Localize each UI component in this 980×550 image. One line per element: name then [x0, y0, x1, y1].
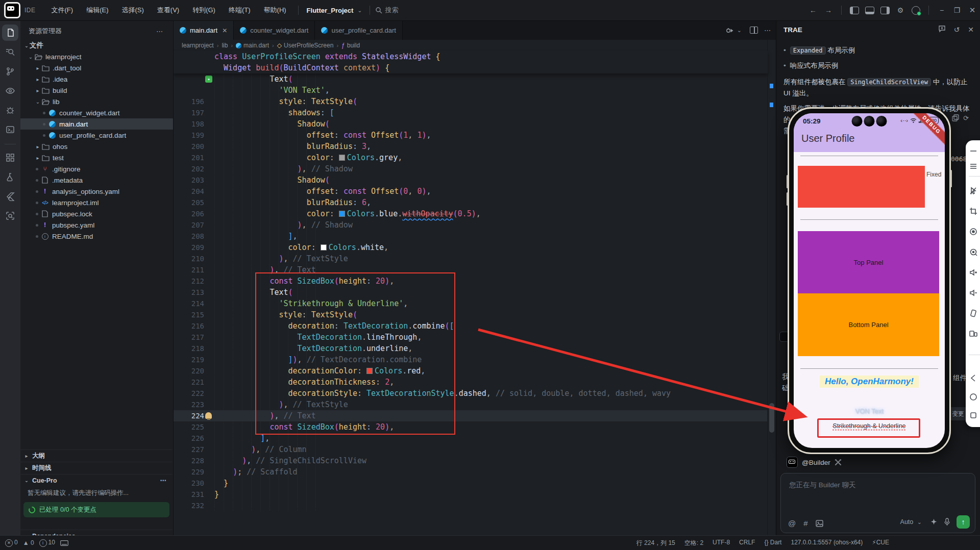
file-learnproject[interactable]: ⌄learnproject [20, 51, 173, 62]
activity-test-icon[interactable] [2, 169, 18, 185]
new-chat-icon[interactable] [938, 25, 946, 34]
status-item[interactable]: CRLF [739, 539, 755, 547]
status-item[interactable]: ⚡CUE [872, 539, 889, 547]
errors-indicator[interactable]: ✕0 [5, 539, 18, 547]
code-line-203[interactable]: 203 Shadow( [174, 174, 768, 186]
sparkle-icon[interactable] [930, 518, 938, 526]
file-counter_widget.dart[interactable]: counter_widget.dart [20, 107, 173, 118]
code-line-220[interactable]: 220 decorationColor: Colors.red, [174, 365, 768, 377]
emulator-back-button[interactable] [969, 374, 978, 383]
tab-main.dart[interactable]: main.dart✕ [174, 20, 234, 40]
section-cuepro[interactable]: ⌄Cue-Pro⋯ [20, 474, 173, 486]
code-line[interactable]: ✦ Text( [174, 73, 768, 85]
close-button[interactable]: ✕ [965, 0, 980, 20]
send-button[interactable]: ↑ [957, 515, 970, 529]
code-line-208[interactable]: 208 ], [174, 231, 768, 242]
mention-icon[interactable]: @ [788, 519, 796, 528]
code-line-205[interactable]: 205 blurRadius: 6, [174, 197, 768, 208]
code-line-232[interactable]: 232 [174, 500, 768, 511]
file-.metadata[interactable]: .metadata [20, 174, 173, 186]
file-README.md[interactable]: iREADME.md [20, 231, 173, 242]
status-item[interactable]: 行 224，列 15 [636, 539, 675, 547]
code-line-224[interactable]: 224 ), // Text [174, 410, 768, 421]
scrollbar-thumb[interactable] [769, 403, 774, 433]
menu-编辑[interactable]: 编辑(E) [80, 0, 115, 20]
code-line-206[interactable]: 206 color: Colors.blue.withOpacity(0.5), [174, 208, 768, 219]
maximize-button[interactable]: ❐ [949, 0, 965, 20]
code-line-204[interactable]: 204 offset: const Offset(0, 0), [174, 186, 768, 197]
toggle-left-panel-button[interactable] [847, 0, 862, 20]
code-line-209[interactable]: 209 color: Colors.white, [174, 242, 768, 253]
code-line-218[interactable]: 218 TextDecoration.underline, [174, 343, 768, 354]
tab-counter_widget.dart[interactable]: counter_widget.dart [234, 20, 315, 40]
run-debug-button[interactable]: ⌄ [726, 27, 744, 34]
status-item[interactable]: UTF-8 [713, 539, 730, 547]
code-line-202[interactable]: 202 ), // Shadow [174, 163, 768, 174]
file-build[interactable]: ▸build [20, 85, 173, 96]
project-selector[interactable]: Flutter_Project [304, 7, 356, 14]
breadcrumb-UserProfileScreen[interactable]: ◇UserProfileScreen [277, 42, 334, 49]
model-auto-select[interactable]: Auto ⌄ [900, 518, 924, 526]
file-.dart_tool[interactable]: ▸.dart_tool [20, 62, 173, 73]
builder-tag[interactable]: @Builder [780, 456, 977, 469]
close-tab-icon[interactable]: ✕ [222, 27, 227, 34]
emulator-record-button[interactable] [969, 228, 978, 237]
code-line-222[interactable]: 222 decorationStyle: TextDecorationStyle… [174, 388, 768, 399]
file-lib[interactable]: ⌄lib [20, 96, 173, 107]
nav-back-button[interactable]: ← [805, 0, 821, 20]
settings-gear-icon[interactable]: ⚙ [893, 0, 908, 20]
emulator-pointer-button[interactable] [969, 187, 978, 196]
status-item[interactable]: 127.0.0.1:5557 (ohos-x64) [791, 539, 863, 547]
info-indicator[interactable]: i10 [39, 539, 55, 547]
close-panel-icon[interactable]: ✕ [968, 26, 974, 34]
activity-search-icon[interactable] [2, 44, 18, 60]
file-pubspec.lock[interactable]: pubspec.lock [20, 208, 173, 219]
minimize-button[interactable]: − [934, 0, 949, 20]
breadcrumb-lib[interactable]: lib [222, 42, 228, 49]
code-line-200[interactable]: 200 blurRadius: 3, [174, 141, 768, 152]
code-line-221[interactable]: 221 decorationThickness: 2, [174, 377, 768, 388]
activity-scan-icon[interactable] [2, 208, 18, 224]
explorer-more-button[interactable]: ⋯ [156, 28, 163, 35]
activity-grid-icon[interactable] [2, 149, 18, 166]
toggle-bottom-panel-button[interactable] [862, 0, 877, 20]
section-timeline[interactable]: ▸时间线 [20, 462, 173, 474]
code-line-226[interactable]: 226 ], [174, 433, 768, 444]
file-ohos[interactable]: ▸ohos [20, 141, 173, 152]
lightbulb-icon[interactable] [205, 412, 212, 419]
emulator-volup-button[interactable] [969, 268, 978, 278]
file-test[interactable]: ▸test [20, 152, 173, 163]
emulator-square-button[interactable] [969, 411, 978, 420]
code-line-196[interactable]: 196 style: TextStyle( [174, 96, 768, 107]
code-line-213[interactable]: 213 Text( [174, 287, 768, 298]
global-search[interactable]: 搜索 [375, 6, 399, 15]
emulator-target-button[interactable] [969, 248, 978, 257]
code-line-199[interactable]: 199 offset: const Offset(1, 1), [174, 130, 768, 141]
file-pubspec.yaml[interactable]: !pubspec.yaml [20, 219, 173, 231]
code-line-227[interactable]: 227 ), // Column [174, 444, 768, 455]
activity-explorer-icon[interactable] [2, 24, 18, 41]
code-line[interactable]: 'VON Text', [174, 85, 768, 96]
breadcrumb-main.dart[interactable]: main.dart [236, 42, 269, 49]
toggle-right-panel-button[interactable] [877, 0, 893, 20]
image-icon[interactable] [816, 520, 823, 527]
emulator-crop-button[interactable] [969, 207, 978, 216]
warnings-indicator[interactable]: ▲ 0 [23, 539, 34, 546]
menu-选择[interactable]: 选择(S) [115, 0, 150, 20]
hash-icon[interactable]: # [803, 519, 807, 528]
code-line-210[interactable]: 210 ), // TextStyle [174, 253, 768, 264]
account-icon[interactable] [908, 0, 923, 20]
menu-文件[interactable]: 文件(F) [45, 0, 80, 20]
breadcrumb[interactable]: learnproject›lib›main.dart›◇UserProfileS… [182, 40, 360, 51]
file-analysis_options.yaml[interactable]: !analysis_options.yaml [20, 186, 173, 197]
file-main.dart[interactable]: main.dart [20, 118, 173, 130]
sticky-line[interactable]: class UserProfileScreen extends Stateles… [174, 51, 768, 62]
file-learnproject.iml[interactable]: </>learnproject.iml [20, 197, 173, 208]
emulator-minus-button[interactable] [969, 147, 978, 156]
code-line-215[interactable]: 215 style: TextStyle( [174, 309, 768, 320]
emulator-fold-button[interactable] [969, 330, 978, 339]
status-item[interactable]: {} Dart [764, 539, 781, 547]
codeblock-refresh-icon[interactable]: ⟳ [963, 114, 969, 122]
code-line-228[interactable]: 228 ), // SingleChildScrollView [174, 455, 768, 466]
phone-emulator[interactable]: DEBUG 05:29 ‹··› 100 User Profile Fixed [788, 107, 951, 454]
